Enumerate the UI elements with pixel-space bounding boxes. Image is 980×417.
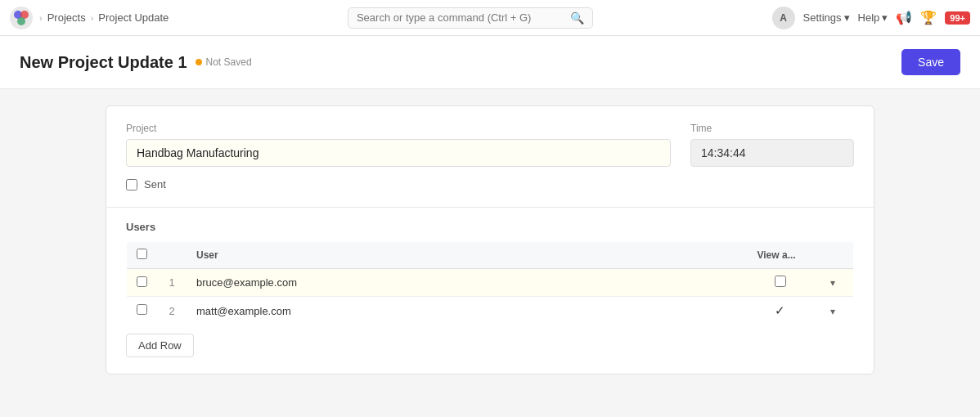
- row-checkbox[interactable]: [137, 276, 147, 287]
- search-box: 🔍: [348, 7, 593, 29]
- header-checkbox-cell: [127, 242, 158, 269]
- app-logo[interactable]: [10, 7, 33, 29]
- chevron-down-icon: ▾: [844, 11, 850, 24]
- dropdown-arrow-icon[interactable]: ▾: [830, 306, 835, 317]
- status-badge: Not Saved: [196, 56, 252, 68]
- header-view-all: View a...: [748, 242, 813, 269]
- row-user-email: bruce@example.com: [187, 269, 748, 297]
- main-content: Project Time 14:34:44 Sent Users: [0, 89, 980, 417]
- row-num: 1: [157, 269, 187, 297]
- breadcrumb: › Projects › Project Update: [39, 11, 169, 24]
- row-checkbox-cell: [127, 297, 158, 325]
- table-body: 1 bruce@example.com ▾ 2 matt@example.com…: [127, 269, 854, 325]
- add-row-button[interactable]: Add Row: [126, 334, 194, 357]
- notification-badge[interactable]: 99+: [945, 11, 970, 25]
- search-icon: 🔍: [570, 11, 584, 25]
- row-checkbox-cell: [127, 269, 158, 297]
- dropdown-arrow-icon[interactable]: ▾: [830, 277, 835, 289]
- row-user-email: matt@example.com: [187, 297, 748, 325]
- header-user: User: [187, 242, 748, 269]
- breadcrumb-current: Project Update: [98, 11, 169, 24]
- row-action-cell: ▾: [813, 297, 854, 325]
- view-checkbox[interactable]: [775, 276, 786, 287]
- users-section-title: Users: [126, 221, 854, 233]
- project-label: Project: [126, 123, 671, 134]
- sent-label: Sent: [144, 178, 166, 191]
- users-section: Users User View a...: [106, 208, 874, 374]
- breadcrumb-projects[interactable]: Projects: [47, 11, 86, 24]
- svg-point-3: [17, 17, 25, 25]
- time-group: Time 14:34:44: [690, 123, 854, 167]
- header-num: [157, 242, 187, 269]
- time-display: 14:34:44: [690, 139, 854, 167]
- save-button[interactable]: Save: [901, 49, 960, 75]
- search-area: 🔍: [175, 7, 765, 29]
- page-title-area: New Project Update 1 Not Saved: [20, 53, 252, 72]
- project-input[interactable]: [126, 139, 671, 167]
- table-row: 1 bruce@example.com ▾: [127, 269, 854, 297]
- sent-row: Sent: [126, 178, 854, 191]
- row-action-cell: ▾: [813, 269, 854, 297]
- row-num: 2: [157, 297, 187, 325]
- table-header: User View a...: [127, 242, 854, 269]
- status-text: Not Saved: [206, 56, 252, 68]
- search-input[interactable]: [357, 11, 565, 24]
- page-title: New Project Update 1: [20, 53, 187, 72]
- chevron-down-icon-help: ▾: [882, 11, 888, 24]
- status-dot: [196, 59, 202, 65]
- main-card: Project Time 14:34:44 Sent Users: [106, 105, 874, 374]
- help-button[interactable]: Help ▾: [858, 11, 888, 24]
- view-check-icon: ✓: [775, 303, 785, 317]
- select-all-checkbox[interactable]: [137, 249, 147, 259]
- avatar[interactable]: A: [772, 7, 795, 29]
- time-label: Time: [690, 123, 854, 134]
- project-group: Project: [126, 123, 671, 167]
- row-checkbox[interactable]: [137, 304, 147, 315]
- row-view-cell: [748, 269, 813, 297]
- page-header: New Project Update 1 Not Saved Save: [0, 36, 980, 89]
- sent-checkbox[interactable]: [126, 179, 137, 191]
- chevron-right-icon-2: ›: [91, 13, 94, 23]
- header-action: [813, 242, 854, 269]
- users-table: User View a... 1 bruce@example.com ▾: [126, 241, 854, 325]
- row-view-cell: ✓: [748, 297, 813, 325]
- chevron-right-icon: ›: [39, 13, 43, 23]
- topnav: › Projects › Project Update 🔍 A Settings…: [0, 0, 980, 36]
- table-row: 2 matt@example.com ✓ ▾: [127, 297, 854, 325]
- trophy-icon[interactable]: 🏆: [920, 10, 937, 25]
- form-row: Project Time 14:34:44: [126, 123, 854, 167]
- settings-button[interactable]: Settings ▾: [803, 11, 850, 24]
- bell-icon[interactable]: 📢: [896, 10, 912, 25]
- form-section: Project Time 14:34:44 Sent: [106, 106, 874, 208]
- topnav-right: A Settings ▾ Help ▾ 📢 🏆 99+: [772, 7, 970, 29]
